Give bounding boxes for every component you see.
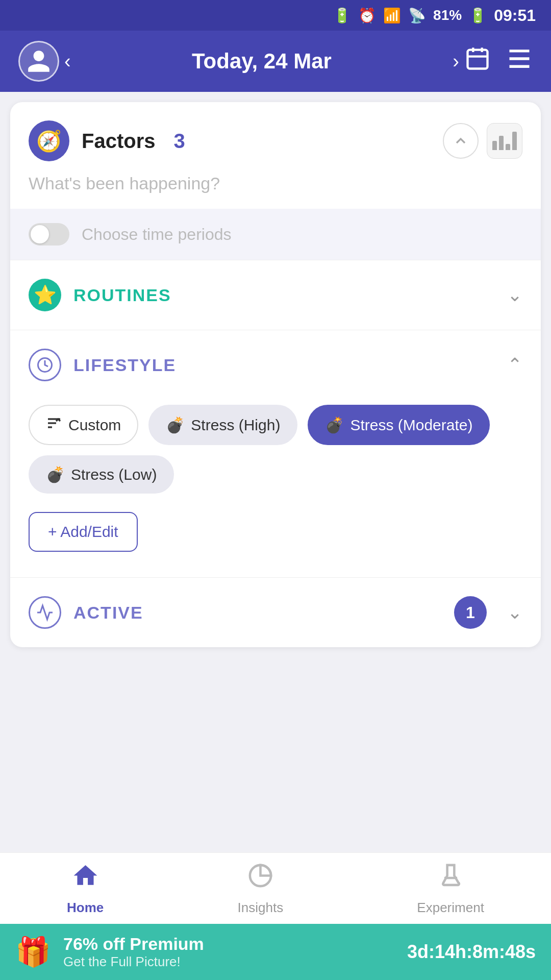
stress-high-label: Stress (High) — [191, 416, 280, 434]
bar-chart-icon — [492, 132, 517, 150]
gift-icon: 🎁 — [15, 935, 51, 969]
next-date-button[interactable]: › — [447, 51, 464, 72]
bottom-navigation: Home Insights Experiment — [0, 852, 551, 924]
stress-moderate-emoji: 💣 — [325, 416, 344, 434]
sort-icon — [46, 415, 62, 435]
factors-title: Factors — [82, 130, 156, 153]
home-icon — [71, 862, 99, 896]
stress-low-chip[interactable]: 💣 Stress (Low) — [29, 455, 174, 494]
lifestyle-icon — [29, 349, 61, 381]
header-actions — [464, 45, 533, 77]
status-time: 09:51 — [494, 6, 536, 25]
status-icons: 🔋 ⏰ 📶 📡 81% 🔋 09:51 — [333, 6, 536, 25]
toggle-knob — [31, 225, 49, 243]
placeholder-text: What's been happening? — [10, 174, 541, 209]
active-icon — [29, 596, 61, 629]
calendar-icon[interactable] — [464, 45, 491, 77]
custom-sort-chip[interactable]: Custom — [29, 405, 138, 445]
date-label: Today, 24 Mar — [76, 49, 448, 74]
factors-section-header: 🧭 Factors 3 — [10, 102, 541, 174]
main-card: 🧭 Factors 3 W — [10, 102, 541, 647]
lifestyle-title: LIFESTYLE — [73, 355, 495, 375]
avatar[interactable] — [18, 41, 59, 82]
alarm-icon: ⏰ — [358, 7, 376, 24]
experiment-label: Experiment — [417, 900, 484, 916]
lifestyle-chevron: ⌃ — [507, 354, 522, 376]
main-content: 🧭 Factors 3 W — [0, 92, 551, 863]
stress-high-chip[interactable]: 💣 Stress (High) — [148, 405, 297, 445]
avatar-icon — [26, 48, 52, 75]
battery-icon: 🔋 — [469, 7, 487, 24]
time-period-toggle[interactable] — [29, 223, 69, 246]
factors-icon: 🧭 — [29, 120, 69, 161]
nav-home[interactable]: Home — [67, 862, 104, 916]
active-title: ACTIVE — [73, 603, 442, 623]
nav-experiment[interactable]: Experiment — [417, 862, 484, 916]
svg-rect-0 — [468, 50, 488, 69]
sim-icon: 🔋 — [333, 7, 351, 24]
collapse-button[interactable] — [443, 123, 479, 159]
routines-icon: ⭐ — [29, 279, 61, 311]
promo-text-block: 76% off Premium Get the Full Picture! — [63, 934, 395, 970]
stress-moderate-chip[interactable]: 💣 Stress (Moderate) — [308, 405, 490, 445]
stress-moderate-label: Stress (Moderate) — [350, 416, 472, 434]
stress-low-emoji: 💣 — [46, 465, 65, 483]
lifestyle-header-row[interactable]: LIFESTYLE ⌃ — [10, 330, 541, 400]
signal-icon: 📡 — [408, 7, 426, 24]
custom-label: Custom — [68, 416, 121, 434]
app-header: ‹ Today, 24 Mar › — [0, 31, 551, 92]
insights-icon — [246, 862, 274, 896]
routines-section[interactable]: ⭐ ROUTINES ⌄ — [10, 260, 541, 330]
spacer — [10, 557, 541, 577]
time-period-label: Choose time periods — [82, 225, 231, 244]
home-label: Home — [67, 900, 104, 916]
menu-icon[interactable] — [506, 45, 533, 77]
experiment-icon — [437, 862, 465, 896]
lifestyle-content: Custom 💣 Stress (High) 💣 Stress (Moderat… — [10, 400, 541, 557]
active-section[interactable]: ACTIVE 1 ⌄ — [10, 577, 541, 647]
promo-timer: 3d:14h:8m:48s — [407, 941, 536, 963]
time-period-bar: Choose time periods — [10, 209, 541, 260]
nav-insights[interactable]: Insights — [238, 862, 284, 916]
prev-date-button[interactable]: ‹ — [59, 51, 76, 72]
factors-count: 3 — [174, 130, 185, 153]
add-edit-button[interactable]: + Add/Edit — [29, 512, 138, 552]
promo-discount: 76% off Premium — [63, 934, 395, 954]
stress-low-label: Stress (Low) — [71, 466, 157, 483]
stress-high-emoji: 💣 — [166, 416, 185, 434]
wifi-icon: 📶 — [383, 7, 401, 24]
active-count-badge: 1 — [454, 596, 487, 629]
insights-label: Insights — [238, 900, 284, 916]
factors-controls — [443, 123, 522, 159]
routines-title: ROUTINES — [73, 285, 495, 305]
promo-banner[interactable]: 🎁 76% off Premium Get the Full Picture! … — [0, 924, 551, 980]
chips-container: Custom 💣 Stress (High) 💣 Stress (Moderat… — [29, 400, 522, 504]
status-bar: 🔋 ⏰ 📶 📡 81% 🔋 09:51 — [0, 0, 551, 31]
active-chevron: ⌄ — [507, 602, 522, 623]
routines-chevron: ⌄ — [507, 284, 522, 306]
promo-subtitle: Get the Full Picture! — [63, 954, 395, 970]
battery-percent: 81% — [433, 7, 462, 23]
chart-button[interactable] — [487, 123, 522, 159]
